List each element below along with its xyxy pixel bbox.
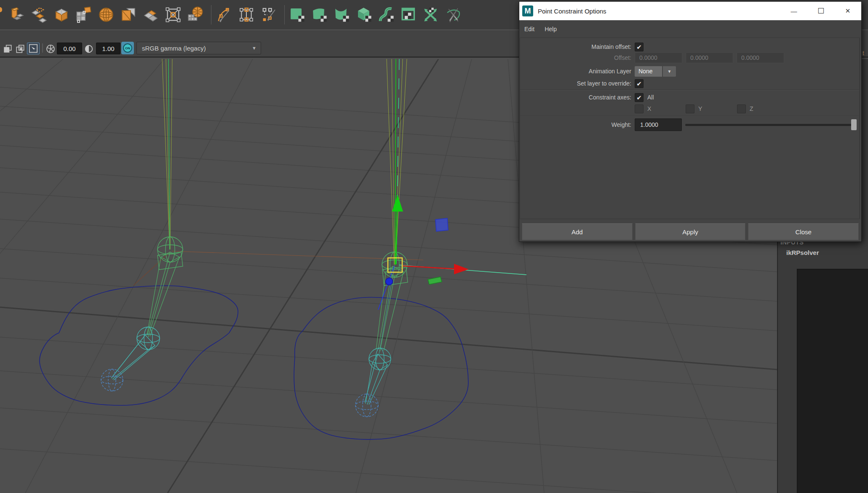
contrast-icon[interactable] bbox=[84, 43, 93, 54]
lookdev-select-icon[interactable] bbox=[27, 43, 40, 54]
pole-vector-lines bbox=[134, 251, 423, 285]
shelf-separator bbox=[284, 5, 285, 24]
dialog-menubar: Edit Help bbox=[519, 20, 861, 38]
weight-slider-track[interactable] bbox=[685, 124, 857, 126]
weight-slider-handle[interactable] bbox=[851, 119, 857, 130]
axes-all-checkbox[interactable] bbox=[635, 93, 644, 102]
shelf-scroll-nub[interactable] bbox=[0, 7, 2, 12]
menu-edit[interactable]: Edit bbox=[519, 20, 539, 38]
close-icon[interactable]: ✕ bbox=[834, 2, 861, 20]
offset-y-field[interactable] bbox=[686, 52, 733, 63]
poly-cylinder-icon[interactable] bbox=[8, 6, 25, 23]
grid-axis-steep bbox=[168, 59, 438, 493]
axis-z-label: Z bbox=[750, 105, 753, 112]
color-management-toggle[interactable]: ON bbox=[121, 42, 134, 54]
weight-input[interactable] bbox=[635, 118, 682, 131]
animation-layer-value: None bbox=[635, 66, 662, 77]
manip-x-arrow bbox=[454, 264, 469, 274]
axis-z-checkbox[interactable] bbox=[737, 104, 746, 113]
axis-y-checkbox[interactable] bbox=[686, 104, 694, 113]
exposure-icon[interactable] bbox=[45, 43, 56, 54]
form-separator bbox=[520, 89, 859, 90]
apply-button[interactable]: Apply bbox=[635, 223, 746, 240]
maya-logo-icon: M bbox=[522, 5, 533, 16]
poly-sphere-icon[interactable] bbox=[98, 6, 115, 23]
axis-x-label: X bbox=[647, 105, 686, 112]
skeleton-left[interactable] bbox=[101, 59, 183, 391]
ep-curve-pencil-icon[interactable] bbox=[216, 6, 232, 23]
selection-curve-left[interactable] bbox=[40, 286, 238, 405]
maintain-offset-checkbox[interactable] bbox=[635, 43, 644, 51]
weight-slider[interactable] bbox=[685, 118, 857, 131]
bone-left-lower bbox=[111, 335, 155, 380]
nurbs-window-icon[interactable] bbox=[401, 6, 417, 23]
colorspace-value: sRGB gamma (legacy) bbox=[142, 45, 206, 52]
maya-application-window: ON sRGB gamma (legacy) ▼ bbox=[0, 0, 868, 493]
poly-grid-extract-icon[interactable] bbox=[75, 6, 92, 23]
frame-control-points-icon[interactable] bbox=[238, 6, 255, 23]
maintain-offset-label: Maintain offset: bbox=[520, 43, 635, 50]
toolbar-separator bbox=[42, 43, 43, 53]
manip-center-dot bbox=[386, 278, 393, 285]
animation-layer-dropdown[interactable]: None ▼ bbox=[635, 66, 676, 77]
set-layer-override-label: Set layer to override: bbox=[520, 80, 635, 87]
close-button[interactable]: Close bbox=[748, 223, 859, 240]
manip-x-shaft bbox=[403, 266, 454, 269]
colorspace-dropdown[interactable]: sRGB gamma (legacy) ▼ bbox=[136, 42, 261, 54]
layer-inset-icon[interactable] bbox=[15, 43, 26, 54]
nurbs-s-curve-icon[interactable] bbox=[378, 6, 395, 23]
channel-box-value-area[interactable] bbox=[797, 269, 868, 493]
offset-x-field[interactable] bbox=[635, 52, 682, 63]
poly-diamond-loop-icon[interactable] bbox=[31, 6, 48, 23]
weight-label: Weight: bbox=[520, 121, 635, 128]
nurbs-cross-arrows-icon[interactable] bbox=[423, 6, 440, 23]
contrast-input[interactable] bbox=[96, 43, 120, 54]
translate-manipulator[interactable] bbox=[378, 195, 526, 310]
crossed-needles-icon[interactable] bbox=[445, 6, 462, 23]
joint-left-foot bbox=[101, 369, 123, 391]
bone-left-upper bbox=[147, 252, 179, 337]
dialog-form: Maintain offset: Offset: Animation Layer… bbox=[520, 38, 860, 219]
poly-tile-sphere-icon[interactable] bbox=[187, 6, 204, 23]
nurbs-concave-plane-icon[interactable] bbox=[334, 6, 350, 23]
poly-diamond-stack-icon[interactable] bbox=[142, 6, 159, 23]
offset-label: Offset: bbox=[520, 54, 635, 61]
form-separator bbox=[520, 116, 859, 117]
maximize-button[interactable]: ☐ bbox=[807, 2, 834, 20]
poly-fold-square-icon[interactable] bbox=[120, 6, 137, 23]
point-constraint-options-dialog: M Point Constraint Options — ☐ ✕ Edit He… bbox=[519, 1, 862, 242]
chevron-down-icon: ▼ bbox=[252, 46, 256, 51]
animation-layer-label: Animation Layer bbox=[520, 68, 635, 75]
poly-plane-marker[interactable] bbox=[435, 218, 448, 231]
axis-x-checkbox[interactable] bbox=[635, 104, 644, 113]
nurbs-curved-plane-icon[interactable] bbox=[311, 6, 328, 23]
clipped-panel-text: t bbox=[863, 50, 864, 56]
on-toggle-label: ON bbox=[123, 43, 132, 53]
selection-curve-right[interactable] bbox=[294, 297, 468, 439]
skeleton-right[interactable] bbox=[355, 59, 408, 417]
set-layer-override-checkbox[interactable] bbox=[635, 79, 644, 88]
axes-all-label: All bbox=[647, 94, 654, 101]
chevron-down-icon[interactable]: ▼ bbox=[663, 66, 676, 77]
dialog-titlebar[interactable]: M Point Constraint Options — ☐ ✕ bbox=[519, 2, 861, 20]
nurbs-plane-icon[interactable] bbox=[289, 6, 306, 23]
points-pencil-icon[interactable] bbox=[260, 6, 277, 23]
add-button[interactable]: Add bbox=[522, 223, 633, 240]
poly-lattice-icon[interactable] bbox=[165, 6, 182, 23]
exposure-input[interactable] bbox=[57, 43, 82, 54]
channel-box-node-ikrpsolver[interactable]: ikRPsolver bbox=[786, 249, 819, 256]
menu-help[interactable]: Help bbox=[539, 20, 562, 38]
shelf-separator bbox=[211, 5, 211, 24]
poly-open-cube-icon[interactable] bbox=[53, 6, 70, 23]
constraint-axes-label: Constraint axes: bbox=[520, 94, 635, 101]
axis-y-label: Y bbox=[698, 105, 737, 112]
offset-z-field[interactable] bbox=[737, 52, 784, 63]
nurbs-cube-icon[interactable] bbox=[356, 6, 373, 23]
dialog-title: Point Constraint Options bbox=[538, 8, 606, 15]
grid-axis-horizontal bbox=[0, 307, 777, 370]
minimize-button[interactable]: — bbox=[780, 2, 807, 20]
dialog-buttons: Add Apply Close bbox=[519, 222, 861, 241]
manip-y-shaft bbox=[396, 212, 397, 265]
layer-overlay-icon[interactable] bbox=[2, 43, 13, 54]
